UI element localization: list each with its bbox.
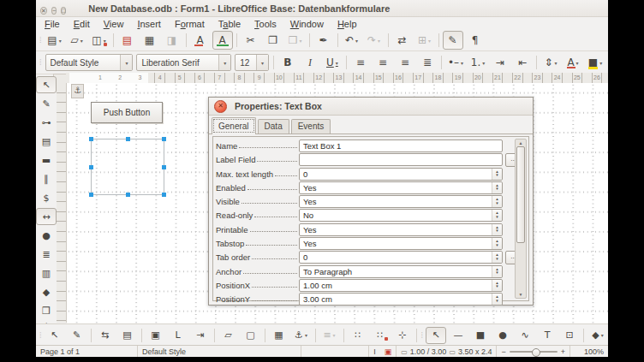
text-box-button[interactable]: ∥ xyxy=(36,170,57,187)
anchor-button[interactable]: ⚓▾ xyxy=(291,327,312,344)
menu-file[interactable]: File xyxy=(38,19,67,29)
spinner-icon[interactable]: ▲▼ xyxy=(492,252,502,263)
new-document-button[interactable]: ▤▾ xyxy=(45,31,65,50)
align-right-button[interactable]: ≡ xyxy=(395,53,415,72)
menu-view[interactable]: View xyxy=(97,19,131,29)
menu-help[interactable]: Help xyxy=(331,19,364,29)
print-button[interactable]: ▦ xyxy=(140,31,160,50)
auto-spellcheck-button[interactable]: A xyxy=(212,31,233,50)
paragraph-style-combo[interactable]: Default Style ▾ xyxy=(45,54,134,71)
zoom-percent[interactable]: 100% xyxy=(570,347,608,356)
dropdown-caret-icon[interactable]: ▾ xyxy=(482,60,485,66)
dropdown-caret-icon[interactable]: ▾ xyxy=(305,332,307,338)
control-wizards-button[interactable]: ⊶ xyxy=(36,114,57,131)
form-design-button[interactable]: ▤ xyxy=(36,133,57,150)
italic-button[interactable]: I xyxy=(300,53,320,72)
selection-handle[interactable] xyxy=(162,137,166,141)
bold-button[interactable]: B xyxy=(277,53,298,72)
increase-indent-button[interactable]: ⇥ xyxy=(490,53,510,72)
open-folder-button[interactable]: ▱▾ xyxy=(67,31,87,50)
dropdown-caret-icon[interactable]: ▾ xyxy=(461,60,463,66)
tab-events[interactable]: Events xyxy=(291,119,331,134)
design-mode-button[interactable]: ✎ xyxy=(36,95,57,112)
menu-window[interactable]: Window xyxy=(283,19,331,29)
control-properties-button[interactable]: ▣ xyxy=(146,327,166,344)
spinner-icon[interactable]: ▲▼ xyxy=(492,196,502,207)
dropdown-caret-icon[interactable]: ▾ xyxy=(104,38,106,44)
toolbar-grip[interactable]: ⁞ xyxy=(39,331,42,340)
insert-text-box-button[interactable]: T xyxy=(537,327,558,344)
spinner-icon[interactable]: ▲▼ xyxy=(492,210,502,221)
selection-handle[interactable] xyxy=(89,165,93,169)
check-box-button[interactable]: ▬ xyxy=(36,151,57,169)
display-grid-button[interactable]: ∷ xyxy=(348,327,368,344)
zoom-in-icon[interactable]: + xyxy=(561,347,565,356)
select-button[interactable]: ↖ xyxy=(36,76,57,93)
undo-button[interactable]: ↶▾ xyxy=(342,31,362,50)
freeform-line-button[interactable]: ∿ xyxy=(515,327,535,344)
positionx-input[interactable]: 1.00 cm▲▼ xyxy=(299,279,503,292)
form-canvas[interactable]: ⚓ Push Button ✕ Properties: Text Box Gen… xyxy=(67,83,608,323)
show-draw-functions-button[interactable]: ✎ xyxy=(443,31,463,50)
positiony-input[interactable]: 3.00 cm▲▼ xyxy=(299,293,503,306)
label-field-button[interactable]: ◆ xyxy=(36,283,57,300)
vertical-ruler[interactable] xyxy=(57,83,67,323)
selection-handle[interactable] xyxy=(126,193,130,197)
enabled-input[interactable]: Yes▲▼ xyxy=(299,181,503,194)
spinner-icon[interactable]: ▲▼ xyxy=(492,266,502,277)
insert-hyperlink-button[interactable]: ⇄ xyxy=(392,31,413,50)
menu-format[interactable]: Format xyxy=(168,19,212,29)
toolbar-grip[interactable]: ⁞ xyxy=(39,36,42,45)
selection-handle[interactable] xyxy=(162,165,166,169)
toolbar-grip[interactable]: ⁞ xyxy=(39,58,42,67)
option-button-button[interactable]: ● xyxy=(36,227,57,244)
tab-order-button[interactable]: ⇥ xyxy=(190,327,211,344)
tab-order-input[interactable]: 0▲▼ xyxy=(299,251,503,264)
dropdown-caret-icon[interactable]: ▾ xyxy=(576,60,579,66)
spinner-icon[interactable]: ▲▼ xyxy=(492,182,502,193)
dialog-title-bar[interactable]: ✕ Properties: Text Box xyxy=(209,98,533,116)
selection-handle[interactable] xyxy=(126,137,130,141)
cursor-position[interactable]: ▭ 1.00 / 3.00 ▭ 3.50 x 2.4 xyxy=(397,347,496,356)
ellipse-button[interactable]: ● xyxy=(492,327,513,344)
dropdown-caret-icon[interactable]: ▾ xyxy=(355,38,358,44)
dialog-close-icon[interactable]: ✕ xyxy=(214,100,227,113)
group-button[interactable]: ▦ xyxy=(269,327,289,344)
dropdown-caret-icon[interactable]: ▾ xyxy=(378,38,380,44)
select-button[interactable]: ↖ xyxy=(45,327,65,344)
highlighting-color-button[interactable]: ■▾ xyxy=(585,53,605,72)
decrease-indent-button[interactable]: ⇤ xyxy=(512,53,533,72)
zoom-thumb[interactable] xyxy=(532,348,540,357)
menu-table[interactable]: Table xyxy=(212,19,247,29)
form-navigator-button[interactable]: ▢ xyxy=(241,327,261,344)
spinner-icon[interactable]: ▲▼ xyxy=(492,294,502,305)
spelling-button[interactable]: A xyxy=(190,31,211,50)
formatted-field-button[interactable]: $ xyxy=(36,189,57,206)
select-button[interactable]: ↖ xyxy=(426,327,446,344)
page-style[interactable]: Default Style xyxy=(138,347,301,356)
printable-input[interactable]: Yes▲▼ xyxy=(299,223,503,236)
selection-handle[interactable] xyxy=(162,193,166,197)
control-wizards-button[interactable]: ⇆ xyxy=(95,327,116,344)
list-box-button[interactable]: ≣ xyxy=(36,246,57,263)
scroll-up-icon[interactable]: ▲ xyxy=(516,140,526,145)
dropdown-caret-icon[interactable]: ▾ xyxy=(599,60,602,66)
label-field-input[interactable] xyxy=(299,153,503,166)
selected-text-box-control[interactable] xyxy=(91,139,164,195)
dropdown-caret-icon[interactable]: ▾ xyxy=(299,38,301,44)
font-size-combo[interactable]: 12 ▾ xyxy=(235,54,269,71)
zoom-track[interactable] xyxy=(510,351,558,353)
basic-shapes-button[interactable]: ◆▾ xyxy=(587,327,608,344)
align-left-button[interactable]: ≡ xyxy=(350,53,371,72)
clone-formatting-button[interactable]: ✒ xyxy=(313,31,334,50)
insert-mode-icon[interactable]: I xyxy=(369,347,380,356)
dropdown-caret-icon[interactable]: ▾ xyxy=(80,38,83,44)
formatting-marks-button[interactable]: ¶ xyxy=(465,31,486,50)
menu-insert[interactable]: Insert xyxy=(130,19,168,29)
font-color-button[interactable]: A▾ xyxy=(563,53,583,72)
helplines-button[interactable]: ⊹ xyxy=(392,327,413,344)
spinner-icon[interactable]: ▲▼ xyxy=(492,169,502,180)
line-button[interactable]: — xyxy=(448,327,468,344)
toolbar-grip[interactable]: ⁞ xyxy=(421,331,424,340)
tabstop-input[interactable]: Yes▲▼ xyxy=(299,237,503,250)
